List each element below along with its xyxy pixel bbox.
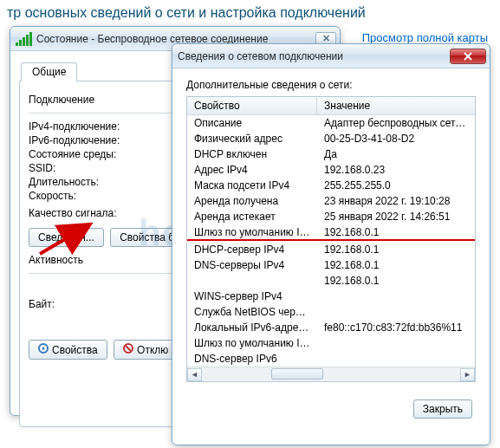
details-window-title: Сведения о сетевом подключении bbox=[178, 50, 450, 62]
ipv4-conn-label: IPv4-подключение: bbox=[29, 120, 150, 133]
list-item[interactable]: Физический адрес00-25-D3-41-08-D2 bbox=[187, 131, 475, 146]
details-list-header[interactable]: Свойство Значение bbox=[187, 97, 475, 115]
property-cell: Аренда истекает bbox=[187, 210, 317, 224]
property-cell: DNS-серверы IPv4 bbox=[187, 258, 317, 272]
property-cell bbox=[187, 274, 317, 288]
bytes-label: Байт: bbox=[29, 298, 133, 310]
disable-icon bbox=[123, 343, 133, 356]
col-property[interactable]: Свойство bbox=[187, 97, 317, 114]
ipv6-conn-label: IPv6-подключение: bbox=[29, 134, 150, 146]
value-cell bbox=[317, 352, 475, 366]
close-icon[interactable] bbox=[450, 49, 486, 64]
list-item[interactable]: DNS-серверы IPv4192.168.0.1 bbox=[187, 257, 475, 273]
property-cell: Аренда получена bbox=[187, 194, 317, 208]
list-item[interactable]: WINS-сервер IPv4 bbox=[187, 289, 475, 304]
details-window: Сведения о сетевом подключении Дополните… bbox=[172, 43, 490, 445]
property-cell: Маска подсети IPv4 bbox=[187, 179, 317, 192]
horizontal-scrollbar[interactable]: ◄ ► bbox=[187, 367, 475, 381]
property-cell: Шлюз по умолчанию IP... bbox=[187, 225, 317, 241]
value-cell: 00-25-D3-41-08-D2 bbox=[317, 132, 475, 146]
disable-button[interactable]: Отклю bbox=[114, 340, 178, 360]
property-cell: WINS-сервер IPv4 bbox=[187, 289, 317, 303]
property-cell: DHCP-сервер IPv4 bbox=[187, 243, 317, 256]
value-cell: 255.255.255.0 bbox=[317, 179, 475, 192]
value-cell: 23 января 2022 г. 19:10:28 bbox=[317, 194, 475, 208]
wifi-icon bbox=[16, 32, 32, 46]
col-value[interactable]: Значение bbox=[317, 97, 475, 114]
value-cell: fe80::c170:c83:72fd:bb36%11 bbox=[317, 321, 475, 334]
value-cell: 192.168.0.1 bbox=[317, 225, 475, 241]
speed-label: Скорость: bbox=[29, 190, 150, 202]
view-network-map-link[interactable]: Просмотр полной карты bbox=[362, 31, 488, 44]
list-item[interactable]: DHCP-сервер IPv4192.168.0.1 bbox=[187, 242, 475, 257]
list-item[interactable]: Служба NetBIOS через... bbox=[187, 304, 475, 320]
property-cell: Описание bbox=[187, 116, 317, 130]
property-cell: Служба NetBIOS через... bbox=[187, 305, 317, 319]
list-item[interactable]: ОписаниеАдаптер беспроводных сетей Ather bbox=[187, 115, 475, 131]
details-titlebar[interactable]: Сведения о сетевом подключении bbox=[172, 44, 490, 68]
value-cell: Адаптер беспроводных сетей Ather bbox=[317, 116, 475, 130]
value-cell: 192.168.0.1 bbox=[317, 274, 475, 288]
close-button[interactable]: Закрыть bbox=[413, 399, 472, 419]
list-item[interactable]: Шлюз по умолчанию IP... bbox=[187, 335, 475, 351]
duration-label: Длительность: bbox=[29, 176, 150, 188]
value-cell: 25 января 2022 г. 14:26:51 bbox=[317, 210, 475, 224]
page-title: тр основных сведений о сети и настройка … bbox=[0, 0, 500, 23]
property-cell: Локальный IPv6-адрес... bbox=[187, 321, 317, 334]
tab-general[interactable]: Общие bbox=[21, 62, 77, 81]
property-cell: Адрес IPv4 bbox=[187, 163, 317, 177]
gear-icon bbox=[38, 343, 49, 356]
property-cell: Физический адрес bbox=[187, 132, 317, 146]
list-item[interactable]: Маска подсети IPv4255.255.255.0 bbox=[187, 178, 475, 193]
details-label: Дополнительные сведения о сети: bbox=[186, 79, 476, 91]
value-cell bbox=[317, 289, 475, 303]
value-cell: 192.168.0.1 bbox=[317, 258, 475, 272]
scroll-thumb[interactable] bbox=[271, 368, 323, 380]
value-cell: Да bbox=[317, 147, 475, 161]
scroll-right-icon[interactable]: ► bbox=[460, 368, 475, 381]
svg-line-3 bbox=[126, 346, 131, 351]
value-cell bbox=[317, 305, 475, 319]
value-cell: 192.168.0.23 bbox=[317, 163, 475, 177]
value-cell: 192.168.0.1 bbox=[317, 243, 475, 256]
details-list: Свойство Значение ОписаниеАдаптер беспро… bbox=[186, 96, 476, 382]
properties-button[interactable]: Свойства bbox=[29, 340, 107, 360]
details-button[interactable]: Сведения... bbox=[29, 228, 104, 247]
list-item[interactable]: Локальный IPv6-адрес...fe80::c170:c83:72… bbox=[187, 320, 475, 335]
property-cell: DHCP включен bbox=[187, 147, 317, 161]
properties-button-label: Свойства bbox=[52, 344, 98, 356]
property-cell: Шлюз по умолчанию IP... bbox=[187, 336, 317, 350]
ssid-label: SSID: bbox=[29, 162, 150, 174]
signal-quality-label: Качество сигнала: bbox=[29, 207, 150, 219]
svg-point-1 bbox=[42, 347, 45, 350]
list-item[interactable]: Аренда истекает25 января 2022 г. 14:26:5… bbox=[187, 209, 475, 224]
list-item[interactable]: Аренда получена23 января 2022 г. 19:10:2… bbox=[187, 193, 475, 209]
media-state-label: Состояние среды: bbox=[29, 148, 150, 160]
list-item[interactable]: Шлюз по умолчанию IP...192.168.0.1 bbox=[187, 224, 475, 242]
value-cell bbox=[317, 336, 475, 350]
scroll-track[interactable] bbox=[202, 368, 460, 381]
scroll-left-icon[interactable]: ◄ bbox=[187, 368, 202, 381]
property-cell: DNS-сервер IPv6 bbox=[187, 352, 317, 366]
list-item[interactable]: Адрес IPv4192.168.0.23 bbox=[187, 162, 475, 178]
disable-button-label: Отклю bbox=[137, 344, 168, 356]
list-item[interactable]: DNS-сервер IPv6 bbox=[187, 351, 475, 367]
list-item[interactable]: DHCP включенДа bbox=[187, 146, 475, 162]
list-item[interactable]: 192.168.0.1 bbox=[187, 273, 475, 289]
